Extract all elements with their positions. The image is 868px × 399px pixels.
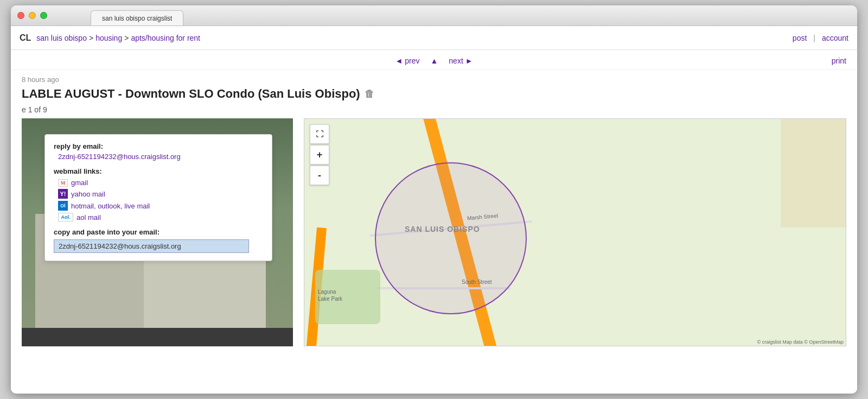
next-link[interactable]: next ► [449,56,473,65]
cl-logo: CL [20,33,31,43]
hotmail-label: hotmail, outlook, live mail [71,202,150,210]
titlebar: san luis obispo craigslist [11,5,857,26]
map-copyright: © craigslist Map data © OpenStreetMap [757,339,844,345]
map-area-1 [781,119,846,227]
gmail-label: gmail [71,179,88,187]
email-popup: reply by email: 2zdnj-6521194232@hous.cr… [44,134,272,261]
breadcrumb-housing[interactable]: housing [95,34,122,42]
city-map-label: SAN LUIS OBISPO [405,225,480,233]
listing-nav: ◄ prev ▲ next ► print [11,50,857,70]
close-button[interactable] [17,12,24,19]
copy-email-input[interactable] [54,239,249,253]
listing-title: LABLE AUGUST - Downtown SLO Condo (San L… [22,87,846,101]
minimize-button[interactable] [29,12,36,19]
webmail-label: webmail links: [54,167,263,175]
prev-link[interactable]: ◄ prev [395,56,419,65]
aol-link[interactable]: Aol. aol mail [58,213,263,221]
yahoo-label: yahoo mail [71,190,105,198]
nav-bar: CL san luis obispo > housing > apts/hous… [11,26,857,50]
listing-time: 8 hours ago [22,75,846,84]
map-controls: ⛶ + - [310,124,329,185]
zoom-in-button[interactable]: + [310,145,329,164]
gmail-link[interactable]: M gmail [58,179,263,187]
hotmail-link[interactable]: Ol hotmail, outlook, live mail [58,201,263,211]
tab-label: san luis obispo craigslist [102,15,172,22]
maximize-button[interactable] [40,12,47,19]
tab-bar: san luis obispo craigslist [47,5,227,26]
breadcrumb-sep1: > [89,34,93,42]
webmail-links: M gmail Y! yahoo mail Ol hotmail, outloo… [58,179,263,221]
breadcrumb-sep2: > [124,34,129,42]
prohibit-icon: 🗑 [365,88,374,100]
aol-label: aol mail [76,213,101,221]
south-street-label: South Street [462,279,492,285]
map-background: SAN LUIS OBISPO Marsh Street South Stree… [304,119,846,346]
browser-tab[interactable]: san luis obispo craigslist [91,10,183,26]
listing-title-text: LABLE AUGUST - Downtown SLO Condo (San L… [22,87,360,101]
yahoo-link[interactable]: Y! yahoo mail [58,189,263,199]
zoom-out-button[interactable]: - [310,166,329,185]
image-counter: e 1 of 9 [22,105,846,114]
breadcrumb-subcategory[interactable]: apts/housing for rent [131,34,200,42]
yahoo-icon: Y! [58,189,68,199]
gmail-icon: M [58,179,68,187]
aol-icon: Aol. [58,213,73,221]
fullscreen-button[interactable]: ⛶ [310,124,329,144]
map-container: SAN LUIS OBISPO Marsh Street South Stree… [304,118,846,346]
nav-divider: | [813,34,815,42]
print-link[interactable]: print [832,56,846,65]
reply-email[interactable]: 2zdnj-6521194232@hous.craigslist.org [58,153,263,161]
page-content: ◄ prev ▲ next ► print 8 hours ago LABLE … [11,50,857,394]
up-triangle[interactable]: ▲ [430,56,438,65]
breadcrumb-city[interactable]: san luis obispo [36,34,87,42]
nav-right: post | account [793,34,848,42]
post-link[interactable]: post [793,34,807,42]
traffic-lights [17,12,47,19]
breadcrumb: CL san luis obispo > housing > apts/hous… [20,33,200,43]
location-circle [375,162,527,314]
copy-label: copy and paste into your email: [54,228,263,236]
browser-content: CL san luis obispo > housing > apts/hous… [11,26,857,394]
outlook-icon: Ol [58,201,68,211]
reply-label: reply by email: [54,142,263,150]
park-label: LagunaLake Park [318,288,342,302]
browser-window: san luis obispo craigslist CL san luis o… [11,5,857,394]
map-section: SAN LUIS OBISPO Marsh Street South Stree… [304,118,846,346]
account-link[interactable]: account [822,34,848,42]
